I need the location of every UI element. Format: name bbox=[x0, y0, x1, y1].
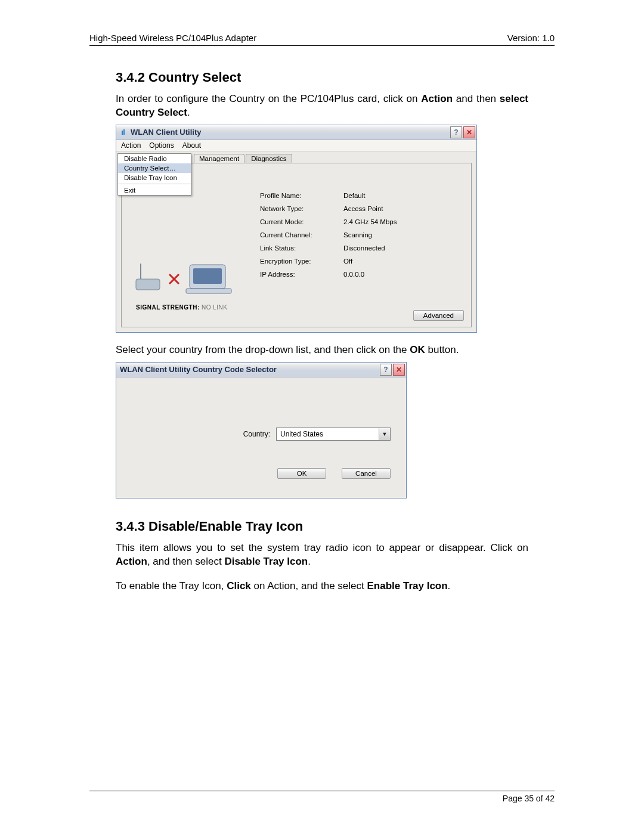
header-right: Version: 1.0 bbox=[507, 33, 555, 43]
svg-rect-6 bbox=[186, 289, 231, 293]
window-title: WLAN Client Utility Country Code Selecto… bbox=[120, 365, 380, 374]
label-network-type: Network Type: bbox=[260, 205, 343, 212]
label-current-channel: Current Channel: bbox=[260, 231, 343, 239]
network-illustration bbox=[132, 253, 240, 301]
country-selector-window: WLAN Client Utility Country Code Selecto… bbox=[116, 362, 407, 498]
help-icon: ? bbox=[454, 128, 458, 137]
value-link-status: Disconnected bbox=[343, 244, 385, 252]
client-area: Disable Radio Country Select… Disable Tr… bbox=[116, 151, 476, 332]
action-dropdown: Disable Radio Country Select… Disable Tr… bbox=[117, 153, 191, 196]
tab-diagnostics[interactable]: Diagnostics bbox=[246, 154, 292, 163]
tab-management[interactable]: Management bbox=[194, 154, 244, 163]
close-button[interactable]: ✕ bbox=[463, 126, 475, 138]
menu-item-disable-radio[interactable]: Disable Radio bbox=[118, 154, 191, 163]
sec2-p1: This item allows you to set the system t… bbox=[116, 541, 528, 569]
page-number: Page 35 of 42 bbox=[503, 794, 555, 803]
titlebar[interactable]: WLAN Client Utility ? ✕ bbox=[116, 125, 476, 140]
value-current-mode: 2.4 GHz 54 Mbps bbox=[343, 218, 397, 225]
menu-action[interactable]: Action bbox=[121, 141, 141, 150]
country-value: United States bbox=[277, 430, 379, 438]
signal-strength: SIGNAL STRENGTH: NO LINK bbox=[136, 304, 228, 311]
cancel-button[interactable]: Cancel bbox=[342, 468, 391, 479]
svg-rect-5 bbox=[193, 268, 222, 284]
dialog-body: Country: United States ▼ OK Cancel bbox=[116, 377, 406, 498]
label-link-status: Link Status: bbox=[260, 244, 343, 252]
window-title: WLAN Client Utility bbox=[131, 128, 450, 137]
app-icon bbox=[120, 128, 128, 137]
close-icon: ✕ bbox=[396, 366, 402, 374]
close-icon: ✕ bbox=[466, 128, 472, 137]
help-button[interactable]: ? bbox=[450, 126, 462, 138]
value-ip: 0.0.0.0 bbox=[343, 271, 364, 278]
svg-rect-0 bbox=[136, 279, 160, 290]
menu-item-country-select[interactable]: Country Select… bbox=[118, 163, 191, 173]
label-profile: Profile Name: bbox=[260, 192, 343, 199]
label-ip: IP Address: bbox=[260, 271, 343, 278]
sec1-p2: Select your country from the drop-down l… bbox=[116, 343, 528, 357]
page-header: High-Speed Wireless PC/104Plus Adapter V… bbox=[89, 33, 555, 46]
ok-button[interactable]: OK bbox=[277, 468, 326, 479]
section-heading-342: 3.4.2 Country Select bbox=[116, 70, 528, 85]
sec1-p1: In order to configure the Country on the… bbox=[116, 92, 528, 120]
titlebar[interactable]: WLAN Client Utility Country Code Selecto… bbox=[116, 363, 406, 377]
menu-about[interactable]: About bbox=[182, 141, 201, 150]
menubar: Action Options About bbox=[116, 140, 476, 151]
help-icon: ? bbox=[383, 366, 388, 374]
country-dropdown[interactable]: United States ▼ bbox=[276, 428, 391, 441]
value-network-type: Access Point bbox=[343, 205, 383, 212]
wlan-utility-window: WLAN Client Utility ? ✕ Action Options A… bbox=[116, 125, 477, 333]
section-heading-343: 3.4.3 Disable/Enable Tray Icon bbox=[116, 519, 528, 534]
value-current-channel: Scanning bbox=[343, 231, 372, 239]
page-footer: Page 35 of 42 bbox=[89, 791, 555, 803]
label-current-mode: Current Mode: bbox=[260, 218, 343, 225]
menu-separator bbox=[118, 184, 191, 184]
menu-item-disable-tray[interactable]: Disable Tray Icon bbox=[118, 173, 191, 182]
info-grid: Profile Name:Default Network Type:Access… bbox=[260, 192, 464, 284]
menu-options[interactable]: Options bbox=[149, 141, 174, 150]
value-profile: Default bbox=[343, 192, 365, 199]
advanced-button[interactable]: Advanced bbox=[413, 310, 464, 321]
sec2-p2: To enable the Tray Icon, Click on Action… bbox=[116, 580, 528, 593]
chevron-down-icon: ▼ bbox=[379, 428, 390, 440]
label-encryption: Encryption Type: bbox=[260, 258, 343, 265]
country-label: Country: bbox=[243, 430, 270, 438]
value-encryption: Off bbox=[343, 258, 352, 265]
close-button[interactable]: ✕ bbox=[393, 364, 405, 376]
help-button[interactable]: ? bbox=[380, 364, 392, 376]
tab-row: Management Diagnostics bbox=[194, 154, 472, 163]
header-left: High-Speed Wireless PC/104Plus Adapter bbox=[89, 33, 256, 43]
menu-item-exit[interactable]: Exit bbox=[118, 185, 191, 195]
